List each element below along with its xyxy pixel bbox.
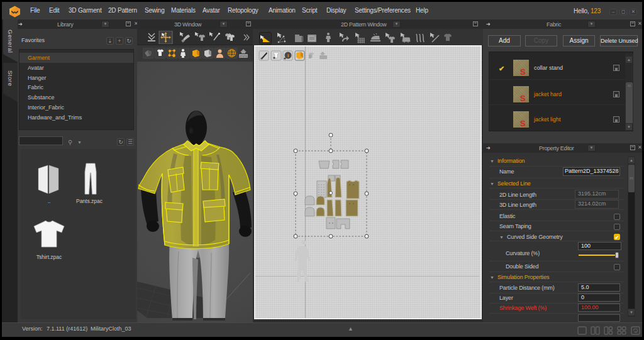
svg-text:i: i	[287, 53, 289, 58]
